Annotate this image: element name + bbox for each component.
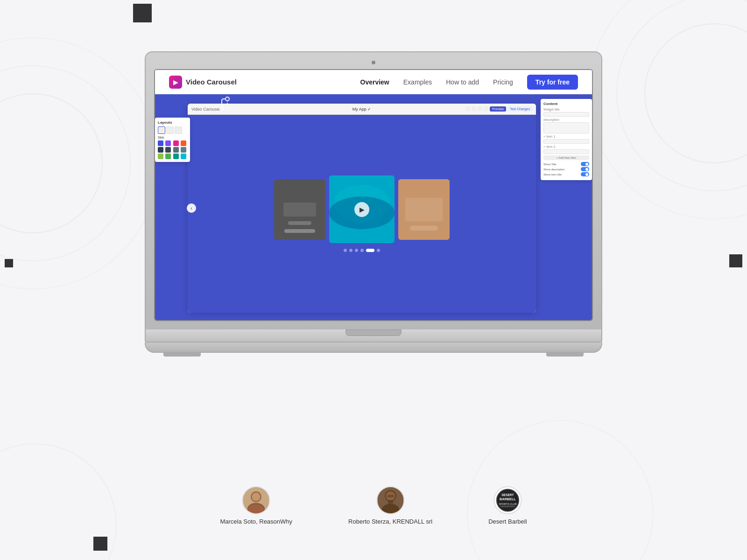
toggle-show-item-title: Show item title [543, 172, 589, 176]
skin-colors-grid [158, 140, 187, 159]
try-for-free-button[interactable]: Try for free [527, 75, 578, 90]
laptop-base [145, 343, 602, 353]
decorative-square-3 [5, 259, 13, 267]
skate2-thumbnail [398, 179, 450, 240]
toggle-description-switch[interactable] [581, 167, 589, 171]
dot-1[interactable] [344, 249, 347, 252]
carousel-widget-name: Video Carousel [191, 107, 463, 112]
widget-title-label: Widget title [543, 108, 589, 111]
toggle-title-switch[interactable] [581, 162, 589, 166]
layer-icon-2[interactable] [166, 126, 174, 134]
desert-barbell-logo: DESERT BARBELL SPORTS CLUB [494, 487, 521, 513]
svg-point-1 [220, 106, 224, 110]
testimonials-section: Marcela Soto, ReasonWhy Roberto Sterza, … [220, 486, 527, 525]
carousel-prev-arrow[interactable]: ‹ [187, 203, 196, 213]
carousel-image-3 [398, 179, 450, 240]
laptop-foot-left [163, 353, 201, 357]
testimonial-2: Roberto Sterza, KRENDALL srl [348, 486, 432, 525]
svg-text:DESERT: DESERT [501, 493, 514, 497]
preview-button[interactable]: Preview [490, 106, 506, 112]
decorative-square-2 [729, 254, 742, 267]
add-item-button[interactable]: + Add New Item [543, 155, 589, 160]
description-label: description [543, 118, 589, 121]
carousel-body: ▶ [188, 115, 536, 313]
testimonial-avatar-2 [376, 486, 404, 514]
carousel-image-2: ▶ [329, 175, 395, 243]
dot-2[interactable] [349, 249, 352, 252]
laptop-foot-right [546, 353, 584, 357]
skin-color-swatch[interactable] [165, 154, 171, 159]
carousel-header: Video Carousel My App ✓ Preview [188, 104, 536, 115]
widget-title-input[interactable] [543, 112, 589, 117]
skin-color-swatch[interactable] [165, 140, 171, 146]
skin-color-swatch[interactable] [181, 147, 186, 153]
laptop-top: ▶ Video Carousel Overview Examples How t… [145, 51, 602, 329]
test-changes-button[interactable]: Test Changes [507, 106, 532, 112]
skin-color-swatch[interactable] [158, 154, 163, 159]
app-logo-title: Video Carousel [186, 78, 237, 86]
carousel-area: Video Carousel My App ✓ Preview [188, 104, 536, 313]
item2-input[interactable] [543, 149, 589, 154]
laptop-wrapper: ▶ Video Carousel Overview Examples How t… [145, 51, 602, 357]
svg-rect-21 [387, 495, 394, 497]
svg-point-16 [252, 492, 261, 501]
layer-icon-1[interactable] [158, 126, 165, 134]
skate-thumbnail [274, 179, 325, 240]
skin-color-swatch[interactable] [181, 154, 186, 159]
decorative-square-1 [133, 4, 152, 22]
item1-label: + Item 1 [543, 135, 589, 138]
carousel-header-icons [465, 106, 488, 112]
toggle-item-title-label: Show item title [543, 173, 562, 176]
svg-rect-28 [500, 505, 515, 507]
bg-circle-left3 [0, 37, 159, 289]
svg-rect-5 [283, 203, 316, 217]
carousel-app-name: My App ✓ [352, 107, 372, 112]
carousel-image-1 [274, 179, 325, 240]
svg-point-0 [226, 97, 229, 101]
toggle-title-label: Show Title [543, 163, 557, 166]
dot-3[interactable] [355, 249, 358, 252]
nav-link-pricing[interactable]: Pricing [493, 78, 513, 86]
skin-color-swatch[interactable] [181, 140, 186, 146]
app-nav-links: Overview Examples How to add Pricing Try… [360, 75, 578, 90]
decorative-square-4 [93, 537, 107, 551]
git-branch-icon [218, 94, 232, 119]
app-main-content: Layouts Skin Video Carousel M [155, 94, 592, 321]
skin-color-swatch[interactable] [165, 147, 171, 153]
cursor-pointer-blue: ▶ [541, 178, 548, 189]
dot-6[interactable] [377, 249, 380, 252]
layers-panel-title: Layouts [158, 120, 187, 125]
nav-link-examples[interactable]: Examples [403, 78, 432, 86]
skin-color-swatch[interactable] [173, 147, 179, 153]
header-icon-3[interactable] [478, 106, 482, 111]
header-icon-2[interactable] [472, 106, 476, 111]
testimonial-3: DESERT BARBELL SPORTS CLUB Desert Barbel… [488, 486, 527, 525]
header-icon-4[interactable] [484, 106, 488, 111]
avatar-person2-image [377, 487, 403, 513]
skin-color-swatch[interactable] [158, 147, 163, 153]
svg-rect-11 [405, 198, 443, 221]
laptop-feet [145, 353, 602, 357]
skin-color-swatch[interactable] [173, 140, 179, 146]
testimonial-name-1: Marcela Soto, ReasonWhy [220, 518, 292, 525]
item1-input[interactable] [543, 139, 589, 144]
nav-link-how-to-add[interactable]: How to add [446, 78, 479, 86]
toggle-description-label: Show description [543, 168, 565, 171]
dot-5-active[interactable] [366, 249, 374, 252]
laptop-hinge [345, 329, 402, 336]
dot-4[interactable] [360, 249, 364, 252]
svg-rect-23 [388, 500, 393, 504]
carousel-header-actions: Preview Test Changes [465, 106, 532, 112]
skin-color-swatch[interactable] [173, 154, 179, 159]
play-button[interactable]: ▶ [354, 202, 369, 217]
layers-icons-row [158, 126, 187, 134]
nav-link-overview[interactable]: Overview [360, 78, 389, 86]
description-input[interactable] [543, 122, 589, 133]
toggle-item-title-switch[interactable] [581, 172, 589, 176]
app-navbar: ▶ Video Carousel Overview Examples How t… [155, 70, 592, 94]
avatar-person1-image [243, 487, 269, 513]
layer-icon-3[interactable] [175, 126, 182, 134]
svg-text:BARBELL: BARBELL [500, 497, 516, 501]
header-icon-1[interactable] [465, 106, 470, 111]
skin-color-swatch[interactable] [158, 140, 163, 146]
